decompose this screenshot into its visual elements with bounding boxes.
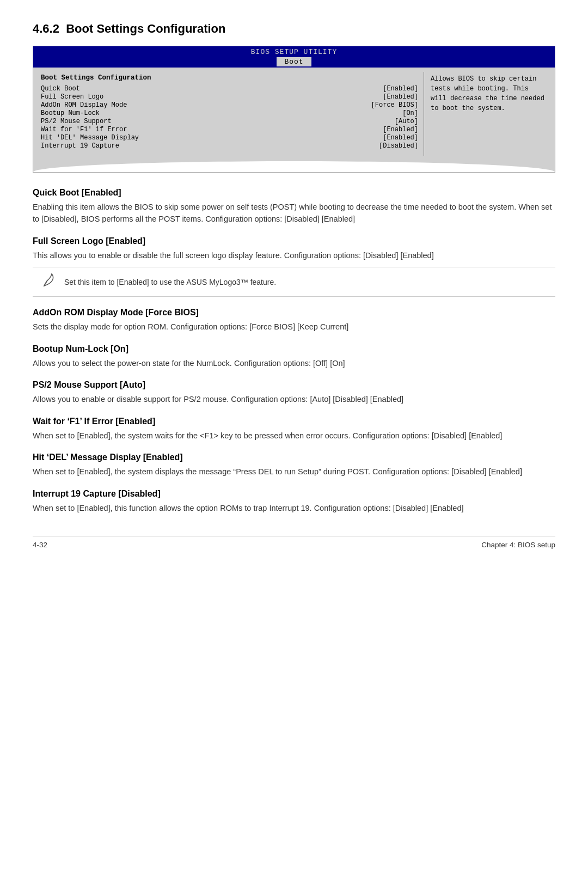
subsection-title-hit-del: Hit ‘DEL’ Message Display [Enabled] bbox=[33, 453, 555, 462]
note-box: Set this item to [Enabled] to use the AS… bbox=[33, 267, 555, 297]
bios-item-label: Interrupt 19 Capture bbox=[41, 142, 119, 150]
bios-item-value: [Auto] bbox=[395, 118, 418, 125]
bios-item-label: AddOn ROM Display Mode bbox=[41, 101, 127, 109]
subsection-hit-del: Hit ‘DEL’ Message Display [Enabled]When … bbox=[33, 453, 555, 478]
bios-item-row: Interrupt 19 Capture[Disabled] bbox=[41, 142, 418, 150]
bios-left-panel: Boot Settings Configuration Quick Boot[E… bbox=[33, 72, 424, 156]
subsection-title-interrupt-19: Interrupt 19 Capture [Disabled] bbox=[33, 489, 555, 499]
bios-item-value: [Enabled] bbox=[383, 134, 418, 142]
footer-page-number: 4-32 bbox=[33, 541, 47, 549]
bios-items-list: Quick Boot[Enabled]Full Screen Logo[Enab… bbox=[41, 85, 418, 150]
bios-wave-decoration bbox=[33, 156, 555, 172]
subsection-quick-boot: Quick Boot [Enabled]Enabling this item a… bbox=[33, 188, 555, 225]
bios-help-text: Allows BIOS to skip certain tests while … bbox=[431, 75, 544, 112]
subsections-container: Quick Boot [Enabled]Enabling this item a… bbox=[33, 188, 555, 514]
bios-item-row: Quick Boot[Enabled] bbox=[41, 85, 418, 93]
bios-item-label: Bootup Num-Lock bbox=[41, 109, 100, 117]
bios-item-label: Quick Boot bbox=[41, 85, 80, 93]
bios-item-label: Wait for 'F1' if Error bbox=[41, 126, 127, 133]
bios-item-value: [Enabled] bbox=[383, 93, 418, 101]
bios-right-panel: Allows BIOS to skip certain tests while … bbox=[424, 72, 555, 156]
subsection-text-interrupt-19: When set to [Enabled], this function all… bbox=[33, 502, 555, 514]
subsection-full-screen-logo: Full Screen Logo [Enabled]This allows yo… bbox=[33, 236, 555, 297]
bios-item-value: [Disabled] bbox=[379, 142, 418, 150]
bios-item-row: Hit 'DEL' Message Display[Enabled] bbox=[41, 134, 418, 142]
note-text: Set this item to [Enabled] to use the AS… bbox=[64, 278, 276, 286]
note-icon bbox=[39, 272, 57, 292]
subsection-addon-rom: AddOn ROM Display Mode [Force BIOS]Sets … bbox=[33, 308, 555, 333]
bios-body: Boot Settings Configuration Quick Boot[E… bbox=[33, 68, 555, 156]
bios-item-value: [Force BIOS] bbox=[371, 101, 418, 109]
subsection-text-bootup-numlock: Allows you to select the power-on state … bbox=[33, 357, 555, 369]
bios-header: BIOS SETUP UTILITY Boot bbox=[33, 46, 555, 68]
subsection-text-addon-rom: Sets the display mode for option ROM. Co… bbox=[33, 321, 555, 333]
bios-item-value: [On] bbox=[402, 109, 418, 117]
bios-item-value: [Enabled] bbox=[383, 85, 418, 93]
bios-item-label: Full Screen Logo bbox=[41, 93, 103, 101]
bios-title: BIOS SETUP UTILITY bbox=[33, 48, 555, 56]
bios-item-label: PS/2 Mouse Support bbox=[41, 118, 112, 125]
subsection-wait-f1: Wait for ‘F1’ If Error [Enabled]When set… bbox=[33, 417, 555, 442]
bios-left-title: Boot Settings Configuration bbox=[41, 74, 418, 82]
section-title: 4.6.2 Boot Settings Configuration bbox=[33, 22, 555, 36]
subsection-title-addon-rom: AddOn ROM Display Mode [Force BIOS] bbox=[33, 308, 555, 317]
subsection-title-full-screen-logo: Full Screen Logo [Enabled] bbox=[33, 236, 555, 246]
subsection-interrupt-19: Interrupt 19 Capture [Disabled]When set … bbox=[33, 489, 555, 514]
bios-item-row: PS/2 Mouse Support[Auto] bbox=[41, 118, 418, 125]
subsection-text-full-screen-logo: This allows you to enable or disable the… bbox=[33, 249, 555, 261]
bios-active-tab: Boot bbox=[277, 57, 311, 66]
bios-item-row: AddOn ROM Display Mode[Force BIOS] bbox=[41, 101, 418, 109]
bios-item-value: [Enabled] bbox=[383, 126, 418, 133]
bios-item-row: Wait for 'F1' if Error[Enabled] bbox=[41, 126, 418, 133]
subsection-title-wait-f1: Wait for ‘F1’ If Error [Enabled] bbox=[33, 417, 555, 426]
page-footer: 4-32 Chapter 4: BIOS setup bbox=[33, 536, 555, 549]
subsection-bootup-numlock: Bootup Num-Lock [On]Allows you to select… bbox=[33, 344, 555, 369]
subsection-text-wait-f1: When set to [Enabled], the system waits … bbox=[33, 430, 555, 442]
bios-item-row: Bootup Num-Lock[On] bbox=[41, 109, 418, 117]
subsection-title-quick-boot: Quick Boot [Enabled] bbox=[33, 188, 555, 198]
bios-item-label: Hit 'DEL' Message Display bbox=[41, 134, 139, 142]
subsection-text-quick-boot: Enabling this item allows the BIOS to sk… bbox=[33, 201, 555, 225]
subsection-text-ps2-mouse: Allows you to enable or disable support … bbox=[33, 393, 555, 405]
subsection-ps2-mouse: PS/2 Mouse Support [Auto]Allows you to e… bbox=[33, 380, 555, 405]
bios-item-row: Full Screen Logo[Enabled] bbox=[41, 93, 418, 101]
bios-screen: BIOS SETUP UTILITY Boot Boot Settings Co… bbox=[33, 46, 555, 173]
subsection-title-ps2-mouse: PS/2 Mouse Support [Auto] bbox=[33, 380, 555, 390]
footer-chapter: Chapter 4: BIOS setup bbox=[481, 541, 555, 549]
subsection-text-hit-del: When set to [Enabled], the system displa… bbox=[33, 466, 555, 478]
subsection-title-bootup-numlock: Bootup Num-Lock [On] bbox=[33, 344, 555, 354]
